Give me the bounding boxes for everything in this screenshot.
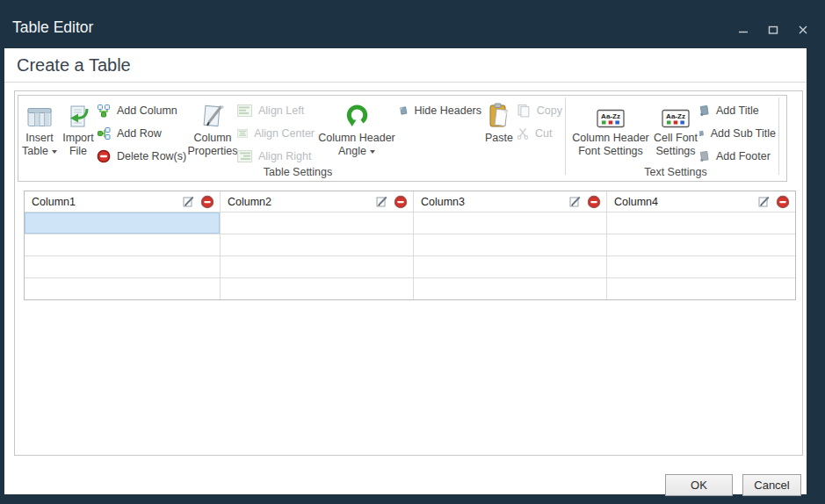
hide-headers-icon: [399, 104, 409, 117]
column-header-angle-label-1: Column Header: [318, 132, 395, 145]
titlebar: Table Editor: [0, 0, 825, 48]
column-properties-button[interactable]: Column Properties: [188, 96, 237, 158]
table-cell[interactable]: [221, 234, 413, 256]
align-left-button: Align Left: [237, 102, 315, 119]
import-file-label-1: Import: [62, 132, 93, 145]
table-cell[interactable]: [607, 234, 795, 256]
cut-icon: [517, 127, 529, 140]
column-header-angle-button[interactable]: Column Header Angle: [315, 96, 399, 158]
delete-column-icon[interactable]: [200, 195, 214, 209]
svg-text:Aa-Zz: Aa-Zz: [666, 112, 685, 120]
cancel-button[interactable]: Cancel: [742, 474, 801, 496]
align-center-label: Align Center: [254, 127, 315, 140]
edit-column-icon[interactable]: [375, 195, 388, 208]
close-button[interactable]: [793, 22, 813, 38]
table-cell[interactable]: [25, 234, 220, 256]
add-row-icon: [97, 126, 111, 140]
table-cell[interactable]: [414, 212, 606, 234]
paste-button[interactable]: Paste: [481, 96, 517, 145]
maximize-icon: [768, 25, 778, 35]
hide-headers-button[interactable]: Hide Headers: [399, 102, 481, 119]
add-sub-title-button[interactable]: Add Sub Title: [698, 125, 776, 142]
add-row-button[interactable]: Add Row: [97, 125, 188, 142]
add-row-label: Add Row: [117, 127, 162, 140]
hide-headers-label: Hide Headers: [415, 104, 481, 117]
delete-column-icon[interactable]: [394, 195, 408, 209]
add-footer-button[interactable]: Add Footer: [698, 148, 776, 165]
cell-font-label-1: Cell Font: [654, 132, 698, 145]
column-header-font-label-2: Font Settings: [578, 145, 643, 158]
window-title: Table Editor: [12, 18, 93, 37]
table-cell[interactable]: [414, 256, 606, 277]
insert-table-icon: [25, 99, 54, 129]
column-header: Column2: [221, 191, 413, 212]
row-column-actions: Add Column Add Row Delete Row(s): [97, 96, 188, 170]
add-footer-icon: [698, 150, 710, 162]
dropdown-caret: [52, 150, 57, 154]
add-column-button[interactable]: Add Column: [97, 102, 188, 119]
delete-rows-icon: [97, 149, 111, 163]
table-cell[interactable]: [607, 256, 795, 277]
insert-table-label-2: Table: [22, 145, 57, 158]
table-cell-selected[interactable]: [25, 212, 220, 234]
toolbar-separator: [778, 97, 779, 175]
table-cell[interactable]: [414, 278, 606, 299]
column-header: Column3: [414, 191, 606, 212]
edit-column-icon[interactable]: [182, 195, 195, 208]
insert-table-button[interactable]: Insert Table: [19, 96, 60, 158]
delete-column-icon[interactable]: [776, 195, 790, 209]
add-title-label: Add Title: [716, 104, 759, 117]
ok-button[interactable]: OK: [665, 474, 733, 496]
align-right-icon: [237, 150, 252, 162]
add-column-label: Add Column: [117, 104, 177, 117]
toolbar-separator: [565, 97, 566, 175]
maximize-button[interactable]: [763, 22, 783, 38]
svg-text:Aa-Zz: Aa-Zz: [601, 112, 620, 120]
delete-rows-button[interactable]: Delete Row(s): [97, 148, 188, 165]
editor-panel: Insert Table Import File Add Column: [14, 90, 803, 456]
align-center-icon: [237, 127, 248, 140]
delete-column-icon[interactable]: [587, 195, 601, 209]
align-actions: Align Left Align Center Align Right: [237, 96, 315, 170]
import-file-label-2: File: [69, 145, 87, 158]
cut-button: Cut: [517, 125, 562, 142]
group-label-table-settings: Table Settings: [228, 166, 368, 178]
column-header-font-settings-icon: Aa-Zz: [597, 99, 626, 129]
copy-label: Copy: [537, 104, 562, 117]
paste-label: Paste: [485, 132, 513, 145]
table-cell[interactable]: [221, 212, 413, 234]
copy-button: Copy: [517, 102, 562, 119]
table-cell[interactable]: [221, 278, 413, 299]
table-cell[interactable]: [607, 278, 795, 299]
dropdown-caret: [370, 150, 375, 154]
title-actions: Add Title Add Sub Title Add Footer: [698, 96, 776, 170]
clipboard-actions: Copy Cut: [517, 96, 562, 148]
import-file-button[interactable]: Import File: [60, 96, 97, 158]
table-editor-window: Table Editor Create a Table: [0, 0, 825, 504]
column-header-label: Column4: [614, 196, 752, 208]
data-table: Column1Column2Column3Column4: [24, 191, 796, 300]
table-cell[interactable]: [25, 256, 220, 277]
table-cell[interactable]: [25, 278, 220, 299]
column-header-font-label-1: Column Header: [572, 132, 649, 145]
table-cell[interactable]: [607, 212, 795, 234]
cut-label: Cut: [535, 127, 552, 140]
heading-divider: [4, 82, 807, 83]
dialog-content: Create a Table Insert Table: [4, 48, 807, 494]
window-controls: [734, 22, 813, 38]
minimize-button[interactable]: [734, 22, 753, 38]
edit-column-icon[interactable]: [757, 195, 771, 208]
group-label-text-settings: Text Settings: [605, 166, 746, 178]
table-cell[interactable]: [221, 256, 413, 277]
edit-column-icon[interactable]: [568, 195, 582, 208]
minimize-icon: [738, 25, 749, 35]
column-properties-icon: [199, 99, 226, 129]
paste-icon: [488, 99, 510, 129]
copy-icon: [517, 104, 531, 118]
table-cell[interactable]: [414, 234, 606, 256]
cell-font-settings-button[interactable]: Aa-Zz Cell Font Settings: [653, 96, 698, 158]
column-header-font-settings-button[interactable]: Aa-Zz Column Header Font Settings: [568, 96, 653, 158]
toolbar: Insert Table Import File Add Column: [18, 95, 787, 182]
add-title-icon: [698, 104, 710, 117]
add-title-button[interactable]: Add Title: [698, 102, 776, 119]
